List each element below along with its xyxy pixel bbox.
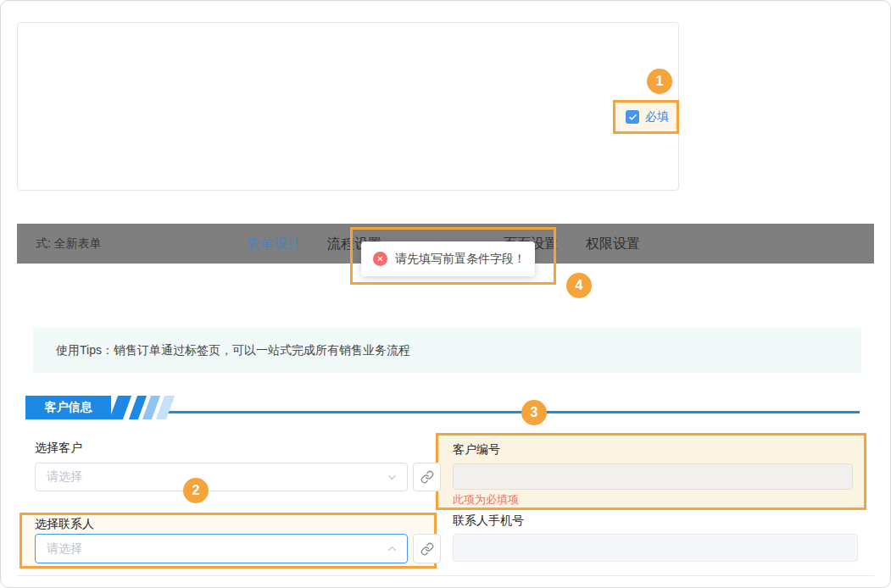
usage-tips-bar: 使用Tips：销售订单通过标签页，可以一站式完成所有销售业务流程 — [33, 328, 861, 373]
select-customer-placeholder: 请选择 — [47, 469, 386, 485]
condition-group-panel — [17, 22, 679, 191]
contact-phone-input[interactable] — [453, 534, 858, 562]
annotation-box-4-toast — [350, 227, 556, 285]
select-customer-dropdown[interactable]: 请选择 — [35, 463, 408, 491]
tab-form-design[interactable]: 表单设计 — [247, 224, 301, 263]
chevron-up-icon — [386, 542, 398, 555]
customer-no-input[interactable] — [453, 463, 853, 490]
tab-permission-settings[interactable]: 权限设置 — [586, 224, 640, 263]
required-checkbox-label[interactable]: 必填 — [645, 109, 669, 125]
contact-phone-label: 联系人手机号 — [453, 513, 524, 529]
link-icon — [420, 470, 434, 484]
link-contact-button[interactable] — [413, 534, 441, 563]
required-checkbox[interactable] — [626, 110, 639, 124]
annotation-badge-4: 4 — [566, 273, 592, 298]
section-stripe — [109, 396, 131, 419]
customer-no-error: 此项为必填项 — [453, 492, 519, 508]
bottom-divider — [17, 575, 874, 576]
annotation-badge-2: 2 — [183, 478, 209, 503]
link-customer-button[interactable] — [413, 463, 441, 491]
link-icon — [420, 542, 434, 556]
annotation-badge-3: 3 — [521, 400, 547, 425]
select-contact-label: 选择联系人 — [35, 517, 94, 532]
section-underline — [162, 411, 860, 413]
app-window: 条件组 条件组内部条件之间的关系为「且」 客户编号 等于 当前表单字 客户编号 — [0, 0, 891, 588]
annotation-badge-1: 1 — [647, 69, 672, 94]
check-icon — [628, 113, 638, 122]
select-contact-dropdown[interactable]: 请选择 — [35, 534, 408, 563]
section-title-customer-info: 客户信息 — [25, 396, 111, 419]
annotation-box-1-required: 必填 — [613, 100, 679, 134]
select-contact-placeholder: 请选择 — [47, 541, 386, 557]
form-mode-label: 式: 全新表单 — [36, 224, 102, 263]
chevron-down-icon — [386, 471, 398, 484]
customer-no-label: 客户编号 — [453, 442, 500, 458]
select-customer-label: 选择客户 — [35, 441, 82, 456]
